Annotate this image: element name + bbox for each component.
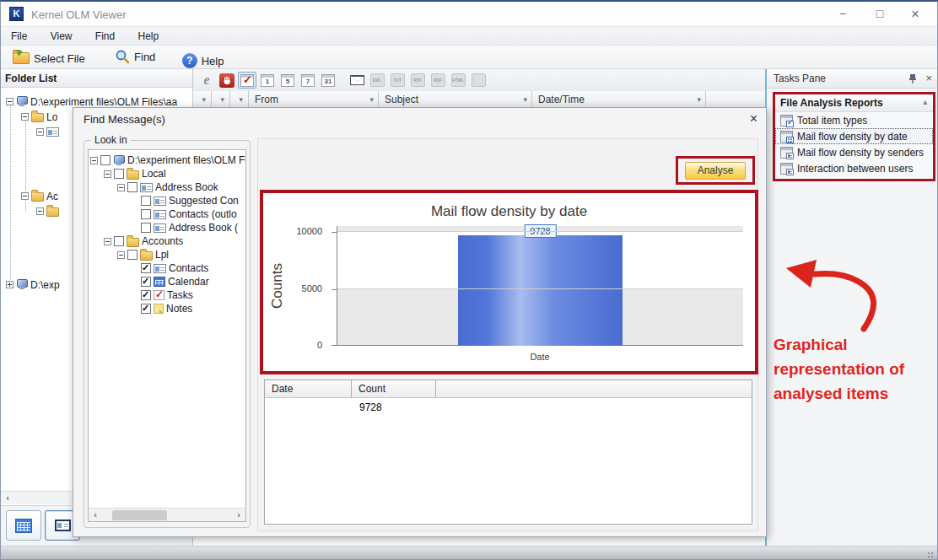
tree-item-accounts[interactable]: Accounts — [90, 234, 245, 248]
y-tick-label: 5000 — [302, 283, 322, 293]
calendar-view-button[interactable] — [6, 510, 41, 541]
expander-minus-icon[interactable] — [21, 192, 29, 200]
mail-icon[interactable] — [348, 72, 366, 89]
week-view-icon[interactable]: 7 — [299, 72, 317, 89]
contacts-icon — [140, 183, 153, 192]
table-header-count[interactable]: Count — [352, 380, 436, 397]
pin-icon[interactable] — [908, 73, 917, 87]
task-mail-flow-by-date[interactable]: Mail flow density by date — [775, 128, 933, 144]
tick-mark — [332, 232, 337, 233]
column-datetime[interactable]: Date/Time▾ — [532, 91, 706, 107]
expander-minus-icon[interactable] — [6, 98, 13, 105]
expander-minus-icon[interactable] — [117, 184, 125, 191]
tree-item-root[interactable]: D:\experiment files\OLM Fi — [90, 153, 245, 167]
menu-find[interactable]: Find — [85, 27, 125, 42]
chart-bar[interactable]: 9728 — [458, 235, 623, 346]
resize-grip[interactable] — [927, 552, 935, 559]
expander-minus-icon[interactable] — [36, 128, 44, 136]
tasks-pane: Tasks Pane × File Analysis Reports ▴ Tot… — [765, 69, 938, 546]
task-interaction-between-users[interactable]: Interaction between users — [775, 160, 933, 176]
tree-item-local[interactable]: Local — [90, 167, 245, 180]
checkbox-unchecked[interactable] — [100, 155, 111, 165]
annotation-line: analysed items — [774, 381, 904, 406]
workweek-view-icon[interactable]: 5 — [278, 72, 297, 89]
column-subject[interactable]: Subject▾ — [379, 91, 532, 107]
day-view-icon[interactable]: 1 — [258, 72, 277, 89]
tree-item-suggested-contacts[interactable]: Suggested Con — [90, 194, 245, 207]
month-view-icon[interactable]: 31 — [319, 72, 337, 89]
tree-item-tasks[interactable]: Tasks — [90, 288, 245, 302]
export-rtf-icon[interactable]: RTF — [408, 72, 427, 89]
chart-y-axis-label: Counts — [267, 226, 288, 346]
expander-minus-icon[interactable] — [90, 157, 98, 164]
analysis-result-table: Date Count 9728 — [264, 380, 752, 525]
expander-plus-icon[interactable] — [6, 281, 13, 288]
tree-item-lpl[interactable]: Lpl — [90, 248, 245, 261]
tree-item-notes[interactable]: Notes — [90, 302, 245, 315]
refresh-icon[interactable] — [197, 72, 216, 89]
table-row[interactable]: 9728 — [265, 401, 752, 417]
filter-column-3[interactable]: ▾ — [230, 91, 249, 107]
tasks-pane-close-icon[interactable]: × — [925, 72, 932, 84]
tree-hscrollbar[interactable]: ‹ › — [89, 508, 245, 521]
expander-minus-icon[interactable] — [117, 251, 125, 259]
computer-icon — [16, 279, 28, 290]
menu-view[interactable]: View — [40, 27, 83, 42]
select-file-button[interactable]: Select File — [6, 47, 94, 69]
tree-item-address-book-2[interactable]: Address Book ( — [90, 221, 245, 234]
export-doc-icon[interactable] — [469, 72, 488, 89]
task-total-item-types[interactable]: Total item types — [775, 112, 933, 128]
folder-list-header: Folder List — [1, 69, 192, 88]
checkbox-checked[interactable] — [141, 304, 151, 314]
checkbox-unchecked[interactable] — [127, 182, 137, 192]
checkbox-unchecked[interactable] — [141, 209, 151, 219]
dialog-close-icon[interactable]: × — [750, 111, 757, 127]
filter-column-2[interactable]: ▾ — [212, 91, 230, 107]
checkbox-checked[interactable] — [141, 290, 151, 300]
contacts-icon — [46, 127, 59, 137]
collapse-icon[interactable]: ▴ — [923, 98, 927, 106]
chart-plot-area: 9728 — [337, 226, 743, 346]
tree-item-calendar[interactable]: Calendar — [90, 275, 245, 288]
analyse-button[interactable]: Analyse — [685, 162, 746, 180]
scroll-left-icon[interactable]: ‹ — [1, 492, 14, 505]
checkbox-unchecked[interactable] — [141, 223, 151, 233]
export-txt-icon[interactable]: TXT — [388, 72, 407, 89]
column-from[interactable]: From▾ — [249, 91, 379, 107]
checkbox-unchecked[interactable] — [141, 196, 151, 206]
calendar-overlay-icon — [786, 137, 794, 143]
scroll-right-icon[interactable]: › — [232, 509, 245, 522]
scrollbar-thumb[interactable] — [112, 510, 167, 520]
checkbox-unchecked[interactable] — [114, 236, 124, 246]
menu-file[interactable]: File — [1, 27, 37, 42]
checkbox-checked[interactable] — [141, 277, 151, 287]
maximize-button[interactable]: □ — [863, 2, 897, 26]
checkbox-unchecked[interactable] — [114, 169, 124, 179]
minimize-button[interactable]: − — [826, 2, 860, 26]
task-mail-flow-by-senders[interactable]: Mail flow density by senders — [775, 144, 933, 160]
stop-hand-icon[interactable] — [218, 72, 236, 89]
expander-minus-icon[interactable] — [104, 170, 111, 178]
export-pdf-icon[interactable]: PDF — [429, 72, 447, 89]
table-header-date[interactable]: Date — [265, 380, 352, 397]
file-analysis-reports-header[interactable]: File Analysis Reports ▴ — [775, 94, 933, 112]
menu-help[interactable]: Help — [128, 27, 170, 42]
scroll-left-icon[interactable]: ‹ — [89, 509, 102, 522]
expander-minus-icon[interactable] — [104, 238, 111, 245]
export-html-icon[interactable]: HTML — [449, 72, 467, 89]
tree-item-contacts-outlook[interactable]: Contacts (outlo — [90, 207, 245, 221]
chevron-down-icon: ▾ — [369, 95, 374, 104]
checkbox-checked[interactable] — [141, 263, 151, 273]
close-button[interactable]: × — [898, 2, 932, 26]
expander-minus-icon[interactable] — [36, 207, 44, 215]
mark-all-icon[interactable] — [238, 72, 256, 89]
contacts-icon — [154, 264, 166, 273]
export-eml-icon[interactable]: EML — [368, 72, 386, 89]
expander-minus-icon[interactable] — [21, 113, 29, 121]
tree-item-address-book[interactable]: Address Book — [90, 180, 245, 194]
checkbox-unchecked[interactable] — [127, 250, 137, 260]
find-button[interactable]: Find — [108, 46, 164, 67]
filter-column-1[interactable]: ▾ — [193, 91, 212, 107]
tree-item-contacts[interactable]: Contacts — [90, 261, 245, 275]
help-icon: ? — [182, 53, 197, 68]
